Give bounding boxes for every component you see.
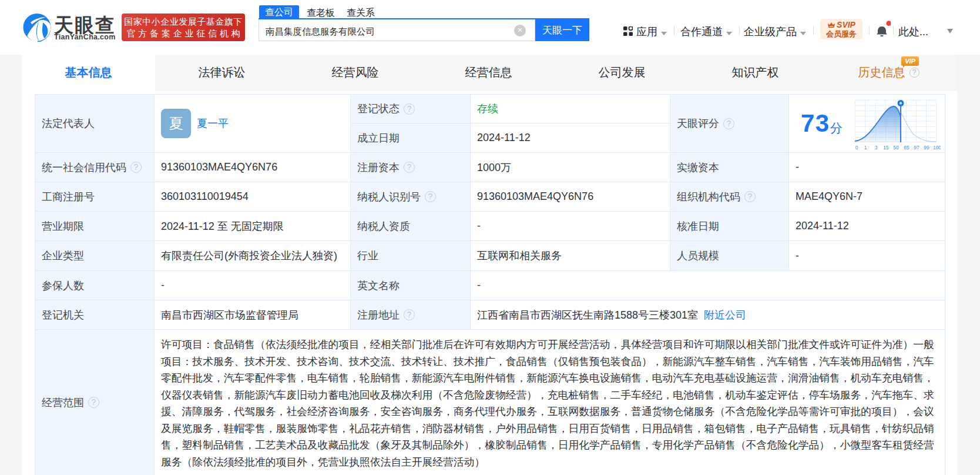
- svg-text:0: 0: [855, 145, 858, 150]
- svg-text:1: 1: [864, 145, 867, 150]
- svg-text:15: 15: [883, 145, 889, 150]
- svg-text:85: 85: [904, 145, 909, 150]
- svg-text:100: 100: [933, 145, 941, 150]
- svg-text:50: 50: [893, 145, 899, 150]
- svg-text:3: 3: [875, 145, 878, 150]
- svg-text:97: 97: [914, 145, 919, 150]
- svg-text:99: 99: [924, 145, 929, 150]
